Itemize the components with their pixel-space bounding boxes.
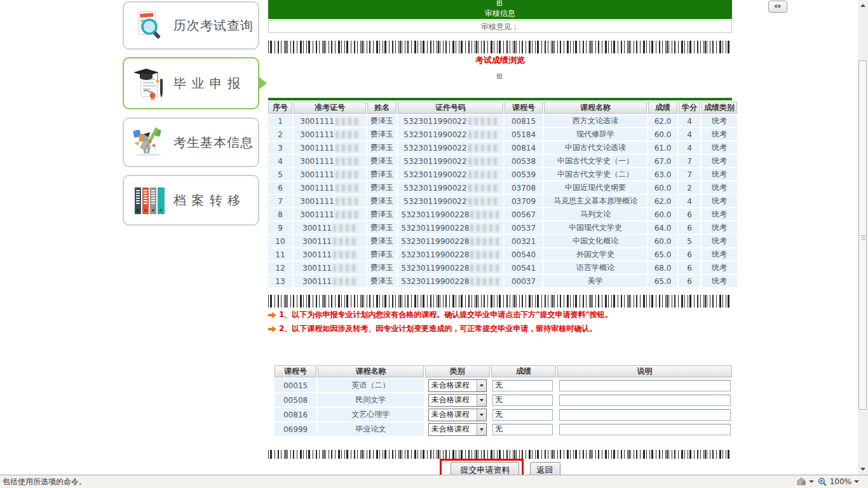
cell-name: 费泽玉 — [367, 222, 397, 234]
placeholder-image-icon — [497, 74, 502, 79]
cell-idcard: 53230119900228 — [398, 208, 503, 220]
cell-course-name: 现代修辞学 — [544, 128, 647, 140]
scores-browse-title: 考试成绩浏览 — [268, 55, 732, 66]
masked-digits — [470, 264, 499, 272]
zoom-control[interactable]: 100% — [818, 477, 859, 487]
note-input[interactable] — [559, 395, 731, 406]
category-select-value: 未合格课程 — [429, 424, 477, 435]
cell-idcard: 53230119900228 — [398, 275, 503, 287]
cell-seq: 5 — [268, 168, 292, 180]
exam-query-icon — [124, 10, 173, 41]
scroll-up-button[interactable] — [858, 0, 868, 11]
score-input[interactable] — [492, 395, 553, 406]
cell-ticket: 3001111 — [294, 182, 366, 194]
cell-type: 统考 — [702, 155, 737, 167]
cell-course-no: 05184 — [505, 128, 543, 140]
col-category: 类别 — [425, 365, 490, 377]
masked-digits — [468, 144, 498, 152]
cell-score — [491, 393, 556, 407]
cell-type: 统考 — [702, 222, 737, 234]
cell-course-name: 外国文学史 — [544, 248, 647, 261]
score-row: 53001111费泽玉532301199002200539中国古代文学史（二）6… — [268, 168, 737, 180]
cell-credit: 4 — [679, 128, 700, 140]
col-seq: 序号 — [268, 102, 292, 114]
unqualified-row: 00816文艺心理学未合格课程 — [275, 408, 732, 421]
cell-course-no: 00567 — [505, 208, 543, 220]
cell-seq: 2 — [268, 128, 292, 140]
note-input[interactable] — [559, 409, 731, 421]
masked-digits — [333, 264, 357, 272]
cell-name: 费泽玉 — [367, 195, 397, 207]
cell-seq: 11 — [268, 248, 292, 261]
cell-credit: 6 — [679, 248, 700, 261]
cell-type: 统考 — [702, 275, 737, 287]
masked-digits — [333, 251, 357, 259]
scroll-down-button[interactable] — [858, 464, 868, 475]
cell-seq: 4 — [268, 155, 292, 167]
cell-course-name: 中国文化概论 — [544, 235, 647, 247]
cell-type: 统考 — [702, 168, 737, 180]
review-opinion-label: 审核意见： — [481, 22, 519, 31]
scores-header-row: 序号 准考证号 姓名 证件号码 课程号 课程名称 成绩 学分 成绩类别 — [268, 102, 737, 114]
category-select-value: 未合格课程 — [429, 409, 477, 420]
cell-ticket: 3001111 — [294, 128, 366, 140]
cell-category: 未合格课程 — [425, 408, 490, 421]
cell-seq: 13 — [268, 275, 292, 287]
sidebar-item-student-info[interactable]: 考生基本信息 — [123, 118, 259, 167]
col-type: 成绩类别 — [702, 102, 737, 114]
note-input[interactable] — [559, 380, 731, 391]
masked-digits — [468, 184, 498, 192]
cell-score: 62.0 — [648, 195, 677, 207]
cell-idcard: 5323011990022 — [398, 155, 503, 167]
cell-course-name: 美学 — [544, 275, 647, 287]
resize-toggle-button[interactable]: ⇔ — [768, 1, 787, 13]
sidebar-item-graduation[interactable]: 毕 业 申 报 — [123, 57, 259, 109]
cell-score: 61.0 — [648, 142, 677, 154]
arrow-bullet-icon — [268, 326, 276, 332]
cell-category: 未合格课程 — [425, 379, 490, 392]
category-select[interactable]: 未合格课程 — [428, 409, 487, 421]
masked-digits — [333, 238, 357, 245]
category-select[interactable]: 未合格课程 — [428, 394, 487, 407]
sidebar-item-exam-query[interactable]: 历次考试查询 — [123, 1, 259, 50]
masked-digits — [468, 171, 498, 179]
masked-digits — [336, 184, 360, 192]
cell-course-name: 毕业论文 — [318, 423, 423, 436]
cell-type: 统考 — [702, 248, 737, 261]
zoom-icon — [818, 477, 827, 487]
cell-course-name: 语言学概论 — [544, 262, 647, 274]
unqualified-row: 00508民间文学未合格课程 — [275, 393, 732, 407]
category-select[interactable]: 未合格课程 — [428, 379, 487, 392]
cell-ticket: 3001111 — [294, 142, 366, 154]
cell-course-no: 03709 — [505, 195, 543, 207]
chevron-down-icon — [480, 399, 484, 403]
category-select[interactable]: 未合格课程 — [428, 423, 487, 436]
cell-seq: 9 — [268, 222, 292, 234]
cell-course-no: 03708 — [505, 182, 543, 194]
col-credit: 学分 — [679, 102, 700, 114]
score-input[interactable] — [492, 409, 553, 421]
masked-digits — [336, 211, 360, 219]
col-note: 说明 — [557, 365, 732, 377]
protected-mode-control[interactable] — [796, 477, 814, 486]
status-bar-text: 包括使用所选项的命令。 — [0, 477, 796, 487]
note-input[interactable] — [559, 424, 731, 435]
dropdown-arrow-icon — [854, 480, 859, 485]
score-input[interactable] — [492, 424, 553, 435]
cell-score: 60.0 — [648, 208, 677, 220]
cell-name: 费泽玉 — [367, 275, 397, 287]
main-content: 审核信息 审核意见： 考试成绩浏览 以下是您历次自考成绩 (注：红色表示多证成绩… — [268, 0, 732, 62]
sidebar-item-archive[interactable]: 档 案 转 移 — [123, 175, 259, 226]
cell-course-no: 00321 — [505, 235, 543, 247]
score-input[interactable] — [492, 380, 553, 391]
cell-score: 62.0 — [648, 115, 677, 127]
masked-digits — [336, 171, 360, 179]
scrollbar-thumb[interactable] — [858, 60, 867, 410]
cell-credit: 2 — [679, 182, 700, 194]
masked-digits — [470, 278, 499, 285]
cell-category: 未合格课程 — [425, 393, 490, 407]
cell-ticket: 300111 — [294, 275, 366, 287]
cell-seq: 10 — [268, 235, 292, 247]
cell-ticket: 300111 — [294, 262, 366, 274]
vertical-scrollbar[interactable] — [858, 0, 868, 475]
